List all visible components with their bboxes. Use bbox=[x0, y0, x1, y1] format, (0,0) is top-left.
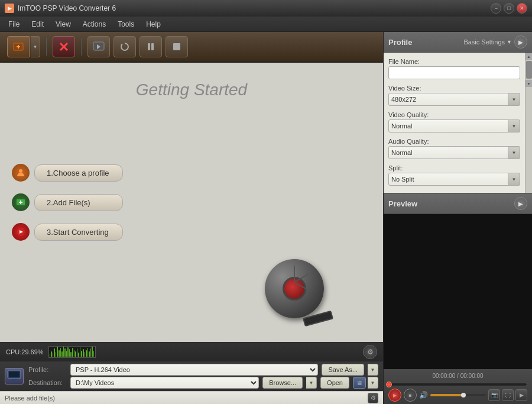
minimize-button[interactable]: － bbox=[491, 3, 501, 14]
svg-rect-9 bbox=[173, 43, 180, 50]
menu-actions[interactable]: Actions bbox=[77, 18, 112, 31]
menu-bar: File Edit View Actions Tools Help bbox=[0, 17, 532, 32]
video-quality-select[interactable]: Normal Low High bbox=[388, 119, 508, 132]
open-button[interactable]: Open bbox=[320, 377, 349, 389]
save-as-button[interactable]: Save As... bbox=[322, 364, 364, 376]
menu-tools[interactable]: Tools bbox=[112, 18, 140, 31]
scroll-thumb[interactable] bbox=[526, 61, 532, 79]
time-display: 00:00:00 / 00:00:00 bbox=[388, 371, 527, 380]
save-as-dropdown[interactable]: ▼ bbox=[368, 364, 378, 376]
choose-profile-icon bbox=[12, 164, 30, 182]
destination-select[interactable]: D:\My Videos bbox=[70, 377, 259, 389]
preview-title: Preview bbox=[388, 199, 512, 208]
profile-section-title: Profile bbox=[388, 38, 463, 47]
profile-expand-button[interactable]: ▶ bbox=[514, 35, 527, 49]
destination-row: Destination: D:\My Videos Browse... ▼ Op… bbox=[28, 377, 378, 389]
split-select[interactable]: No Split By Size By Time bbox=[388, 173, 508, 186]
video-size-row: Video Size: 480x272 320x240 640x480 ▼ bbox=[388, 84, 520, 106]
progress-bar[interactable] bbox=[388, 383, 527, 386]
menu-view[interactable]: View bbox=[50, 18, 77, 31]
browse-button[interactable]: Browse... bbox=[262, 377, 303, 389]
cpu-graph bbox=[48, 346, 96, 358]
profile-fields: Profile: PSP - H.264 Video Save As... ▼ … bbox=[28, 364, 378, 389]
audio-quality-arrow[interactable]: ▼ bbox=[508, 146, 520, 159]
audio-quality-row: Audio Quality: Normal Low High ▼ bbox=[388, 137, 520, 159]
settings-icon-button[interactable]: ⚙ bbox=[363, 345, 377, 359]
split-label: Split: bbox=[388, 164, 520, 172]
app-icon: ▶ bbox=[5, 4, 14, 13]
stop-button[interactable] bbox=[166, 36, 188, 57]
menu-help[interactable]: Help bbox=[140, 18, 167, 31]
profile-select[interactable]: PSP - H.264 Video bbox=[70, 364, 318, 376]
close-button[interactable]: ✕ bbox=[517, 3, 527, 14]
fullscreen-button[interactable]: ⛶ bbox=[502, 389, 514, 401]
progress-knob[interactable] bbox=[386, 382, 392, 387]
audio-quality-select[interactable]: Normal Low High bbox=[388, 146, 508, 159]
add-file-dropdown[interactable]: ▼ bbox=[31, 36, 40, 57]
audio-quality-label: Audio Quality: bbox=[388, 137, 520, 146]
right-panel: Profile Basic Settings ▼ ▶ File Name: Vi… bbox=[383, 32, 532, 404]
add-files-step[interactable]: 2.Add File(s) bbox=[12, 193, 123, 211]
title-bar: ▶ ImTOO PSP Video Converter 6 － □ ✕ bbox=[0, 0, 532, 17]
file-name-input[interactable] bbox=[388, 66, 520, 79]
settings-fields: File Name: Video Size: 480x272 320x240 6… bbox=[384, 53, 525, 193]
destination-label: Destination: bbox=[28, 379, 67, 386]
file-name-row: File Name: bbox=[388, 57, 520, 79]
toolbar-separator-1 bbox=[46, 38, 47, 56]
stop-playback-button[interactable]: ■ bbox=[404, 389, 417, 402]
toolbar: ▼ bbox=[0, 32, 383, 63]
profile-row: Profile: PSP - H.264 Video Save As... ▼ bbox=[28, 364, 378, 376]
svg-rect-18 bbox=[12, 379, 17, 381]
refresh-button[interactable] bbox=[113, 36, 136, 57]
volume-icon: 🔊 bbox=[419, 391, 428, 399]
add-file-button[interactable] bbox=[7, 36, 30, 57]
cpu-label: CPU:29.69% bbox=[6, 348, 44, 355]
split-arrow[interactable]: ▼ bbox=[508, 173, 520, 186]
svg-point-10 bbox=[19, 169, 22, 173]
steps-panel: 1.Choose a profile 2.Add File(s) 3.Start… bbox=[12, 164, 123, 241]
menu-edit[interactable]: Edit bbox=[25, 18, 50, 31]
playback-controls: ▶ ■ 🔊 📷 ⛶ ▶ bbox=[388, 389, 527, 402]
video-size-select[interactable]: 480x272 320x240 640x480 bbox=[388, 93, 508, 106]
video-quality-row: Video Quality: Normal Low High ▼ bbox=[388, 111, 520, 132]
scroll-down-button[interactable]: ▼ bbox=[525, 80, 533, 87]
status-message: Please add file(s) bbox=[5, 395, 363, 402]
main-layout: ▼ Getting Started bbox=[0, 32, 532, 404]
video-quality-label: Video Quality: bbox=[388, 111, 520, 119]
delete-button[interactable] bbox=[53, 36, 75, 57]
svg-rect-19 bbox=[10, 381, 18, 382]
video-size-select-row: 480x272 320x240 640x480 ▼ bbox=[388, 93, 520, 106]
basic-settings-button[interactable]: Basic Settings ▼ bbox=[463, 38, 512, 46]
video-quality-arrow[interactable]: ▼ bbox=[508, 119, 520, 132]
maximize-button[interactable]: □ bbox=[504, 3, 514, 14]
convert-button[interactable] bbox=[87, 36, 110, 57]
preview-area bbox=[384, 214, 532, 369]
volume-slider[interactable] bbox=[430, 394, 486, 396]
preview-expand-button[interactable]: ▶ bbox=[514, 197, 527, 210]
choose-profile-step[interactable]: 1.Choose a profile bbox=[12, 164, 123, 182]
content-area: Getting Started 1.Choose a profile 2.Add… bbox=[0, 63, 383, 342]
destination-dropdown[interactable]: ▼ bbox=[368, 377, 378, 389]
pause-button[interactable] bbox=[140, 36, 162, 57]
svg-rect-7 bbox=[148, 43, 150, 50]
svg-rect-8 bbox=[151, 43, 154, 50]
split-select-row: No Split By Size By Time ▼ bbox=[388, 173, 520, 186]
svg-rect-17 bbox=[9, 371, 20, 377]
volume-knob[interactable] bbox=[461, 393, 466, 397]
add-files-icon bbox=[12, 193, 30, 211]
extra-buttons: 📷 ⛶ ▶ bbox=[488, 389, 527, 401]
more-button[interactable]: ▶ bbox=[515, 389, 527, 401]
settings-area: File Name: Video Size: 480x272 320x240 6… bbox=[384, 53, 532, 193]
scroll-up-button[interactable]: ▲ bbox=[525, 53, 533, 60]
screenshot-button[interactable]: 📷 bbox=[488, 389, 500, 401]
status-settings-button[interactable]: ⚙ bbox=[368, 393, 378, 403]
add-files-label: 2.Add File(s) bbox=[34, 194, 123, 211]
start-converting-step[interactable]: 3.Start Converting bbox=[12, 223, 123, 241]
preview-section: Preview ▶ 00:00:00 / 00:00:00 ▶ ■ 🔊 bbox=[384, 193, 532, 404]
menu-file[interactable]: File bbox=[2, 18, 25, 31]
play-button[interactable]: ▶ bbox=[388, 389, 401, 402]
browse-dropdown[interactable]: ▼ bbox=[306, 377, 317, 389]
video-size-arrow[interactable]: ▼ bbox=[508, 93, 520, 106]
profile-bar: Profile: PSP - H.264 Video Save As... ▼ … bbox=[0, 361, 383, 391]
destination-icon-button[interactable]: 🖥 bbox=[353, 377, 366, 389]
